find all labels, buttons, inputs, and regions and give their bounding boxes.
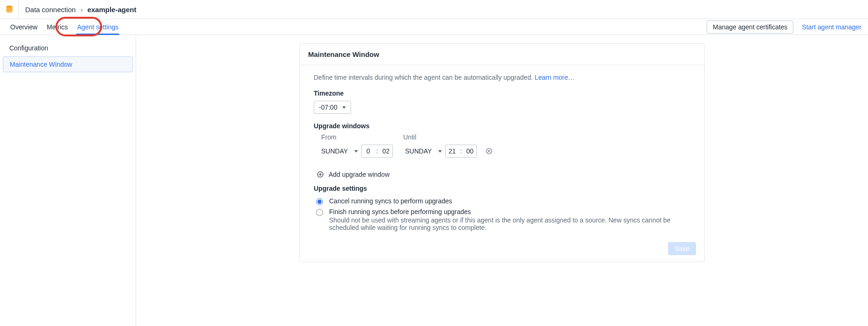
until-minute-value[interactable]: 00 [463,147,476,155]
upgrade-windows-label: Upgrade windows [314,122,696,130]
manage-agent-certificates-button[interactable]: Manage agent certificates [707,21,793,34]
until-column-label: Until [403,133,485,141]
tab-metrics[interactable]: Metrics [43,19,71,35]
description-text: Define time intervals during which the a… [314,74,535,81]
caret-down-icon [342,106,346,109]
radio-cancel-running-syncs[interactable]: Cancel running syncs to perform upgrades [314,196,696,207]
tab-row: Overview Metrics Agent settings Manage a… [0,19,868,35]
from-column-label: From [321,133,403,141]
time-colon: : [375,147,379,155]
upgrade-window-row: SUNDAY 0 : 02 SUNDAY [314,145,696,158]
caret-down-icon [354,150,358,153]
radio-input-finish[interactable] [316,209,323,216]
breadcrumb-current: example-agent [87,6,136,14]
time-colon: : [459,147,463,155]
actions: Manage agent certificates Start agent ma… [707,21,861,34]
start-agent-manager-link[interactable]: Start agent manager [802,23,861,31]
from-minute-value[interactable]: 02 [379,147,393,155]
from-hour-value[interactable]: 0 [362,147,375,155]
from-day-select[interactable]: SUNDAY [321,146,358,157]
card-footer: Save [300,238,704,262]
caret-down-icon [438,150,442,153]
until-day-select[interactable]: SUNDAY [405,146,442,157]
card-maintenance-window: Maintenance Window Define time intervals… [299,43,705,262]
add-upgrade-window-button[interactable]: Add upgrade window [314,171,696,178]
timezone-select[interactable]: -07:00 [314,101,351,114]
until-hour-value[interactable]: 21 [446,147,459,155]
timezone-value: -07:00 [319,104,338,111]
sidebar-item-configuration[interactable]: Configuration [3,41,133,55]
tab-overview[interactable]: Overview [7,19,41,35]
body: Configuration Maintenance Window Mainten… [0,35,868,326]
sidebar-item-maintenance-window[interactable]: Maintenance Window [3,56,133,72]
remove-window-button[interactable] [485,147,493,155]
card-description: Define time intervals during which the a… [314,74,696,81]
tab-agent-settings[interactable]: Agent settings [73,19,122,35]
sidebar: Configuration Maintenance Window [0,35,136,326]
radio-cancel-label: Cancel running syncs to perform upgrades [329,197,452,205]
until-day-value: SUNDAY [405,147,432,155]
save-button[interactable]: Save [668,242,696,255]
timezone-label: Timezone [314,90,696,97]
chevron-right-icon: › [80,6,83,14]
database-icon [5,5,14,14]
radio-finish-sublabel: Should not be used with streaming agents… [329,216,693,231]
app-icon [0,0,19,19]
plus-circle-icon [317,171,324,178]
upgrade-window-headers: From Until [314,133,696,141]
learn-more-link[interactable]: Learn more… [535,74,575,81]
card-title: Maintenance Window [300,44,704,65]
top-bar: Data connection › example-agent [0,0,868,19]
card-body: Define time intervals during which the a… [300,65,704,238]
remove-circle-icon [485,147,493,155]
main: Maintenance Window Define time intervals… [136,35,868,326]
radio-input-cancel[interactable] [316,198,323,205]
from-time-input[interactable]: 0 : 02 [361,145,393,158]
until-time-input[interactable]: 21 : 00 [445,145,477,158]
radio-finish-running-syncs[interactable]: Finish running syncs before performing u… [314,207,696,233]
add-upgrade-window-label: Add upgrade window [329,171,390,178]
tabs: Overview Metrics Agent settings [7,19,122,35]
breadcrumb: Data connection › example-agent [19,6,136,14]
from-day-value: SUNDAY [321,147,348,155]
breadcrumb-root[interactable]: Data connection [25,6,76,14]
upgrade-settings-radio-group: Cancel running syncs to perform upgrades… [314,196,696,233]
radio-finish-label: Finish running syncs before performing u… [329,208,693,215]
upgrade-settings-label: Upgrade settings [314,185,696,192]
